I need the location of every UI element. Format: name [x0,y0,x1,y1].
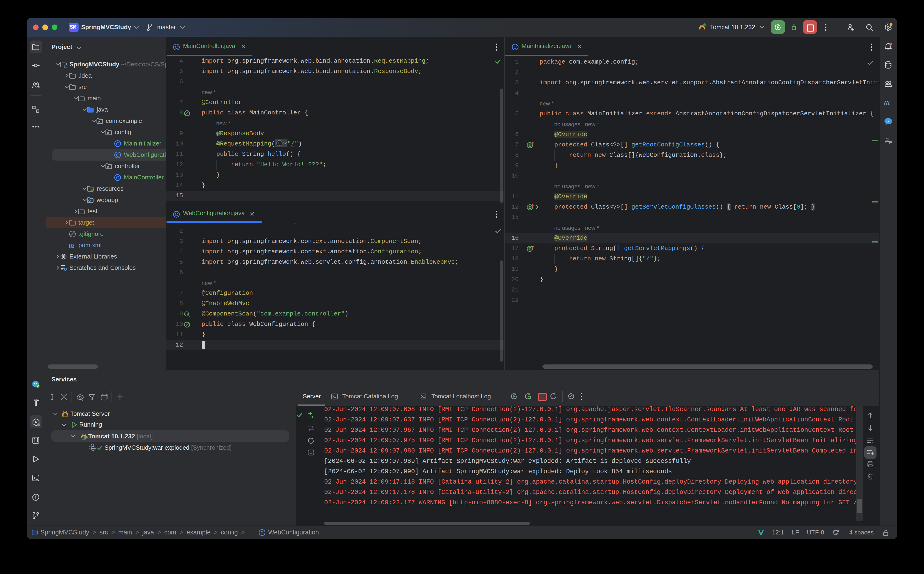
svg-text:?: ? [37,85,39,89]
